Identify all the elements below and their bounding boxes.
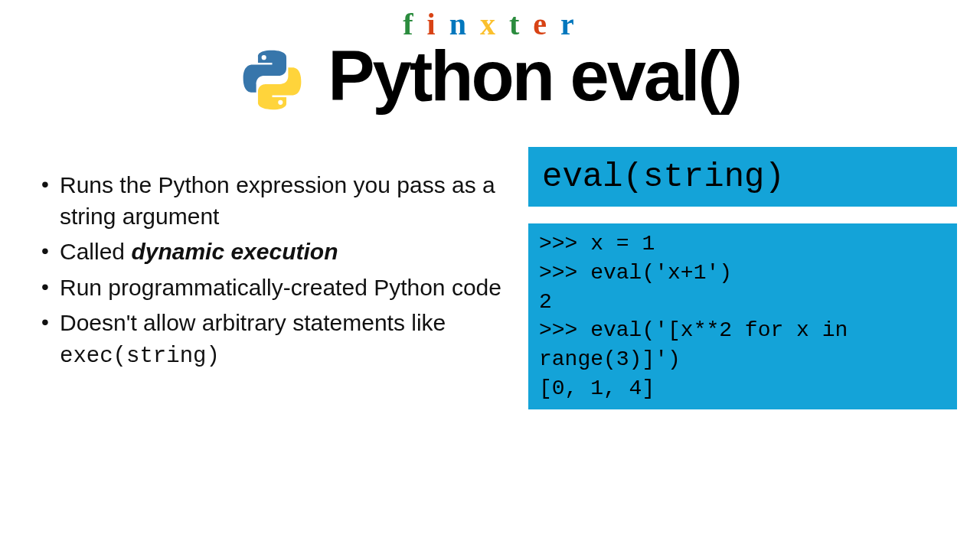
bullet-text: Called (60, 239, 131, 264)
bullet-code: exec(string) (60, 344, 220, 369)
title-row: Python eval() (0, 36, 980, 116)
bullet-text: Run programmatically-created Python code (60, 275, 501, 300)
bullet-text: Doesn't allow arbitrary statements like (60, 310, 446, 335)
list-item: Run programmatically-created Python code (38, 272, 505, 304)
python-icon (240, 47, 305, 112)
page-title: Python eval() (328, 36, 740, 116)
list-item: Called dynamic execution (38, 236, 505, 268)
code-example: >>> x = 1 >>> eval('x+1') 2 >>> eval('[x… (528, 223, 957, 409)
list-item: Runs the Python expression you pass as a… (38, 170, 505, 232)
list-item: Doesn't allow arbitrary statements like … (38, 308, 505, 371)
bullet-list: Runs the Python expression you pass as a… (38, 170, 505, 371)
code-signature: eval(string) (528, 147, 957, 207)
bullet-text: Runs the Python expression you pass as a… (60, 172, 495, 229)
bullet-emphasis: dynamic execution (131, 239, 338, 264)
